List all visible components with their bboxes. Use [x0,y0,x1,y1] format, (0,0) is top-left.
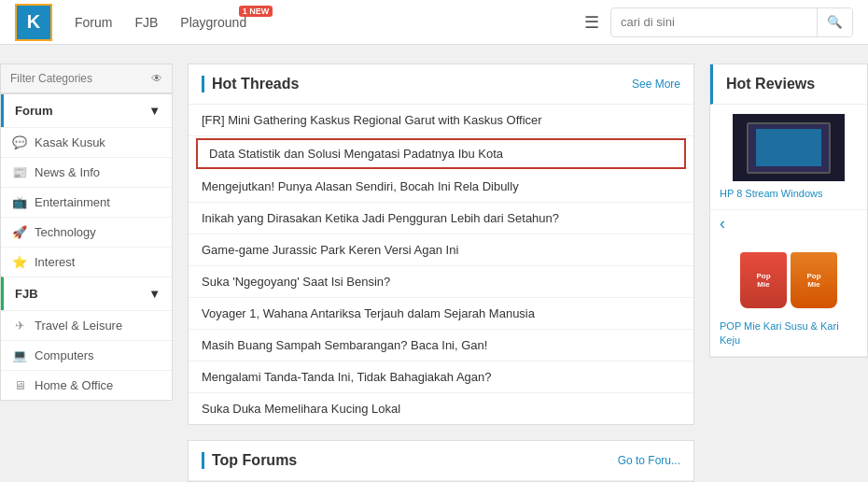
review-title-laptop: HP 8 Stream Windows [720,187,858,200]
thread-item[interactable]: Suka Duka Memelihara Kucing Lokal [189,393,693,424]
sidebar-item-news-info[interactable]: 📰 News & Info [1,157,172,187]
sidebar-item-technology[interactable]: 🚀 Technology [1,217,172,247]
header-right: ☰ 🔍 [584,7,853,37]
sidebar-item-label: Interest [35,255,75,269]
sidebar-item-label: Technology [35,225,96,239]
thread-text: Inikah yang Dirasakan Ketika Jadi Penggu… [202,211,559,225]
thread-item-highlighted[interactable]: Data Statistik dan Solusi Mengatasi Pada… [196,138,686,169]
prev-arrow-icon[interactable]: ‹ [720,214,725,234]
thread-text: Mengejutkan! Punya Alasan Sendiri, Bocah… [202,179,519,193]
nav-links: Forum FJB Playground 1 NEW [75,15,246,30]
forum-expand-icon: ▼ [148,104,161,118]
thread-item[interactable]: Voyager 1, Wahana Antariksa Terjauh dala… [189,298,693,330]
reviews-title: Hot Reviews [726,76,815,92]
computers-icon: 💻 [12,348,27,362]
main-wrapper: Filter Categories 👁 Forum ▼ 💬 Kasak Kusu… [0,45,868,482]
sidebar-item-label: Travel & Leisure [35,319,122,333]
fjb-expand-icon: ▼ [148,287,161,301]
review-card-laptop[interactable]: HP 8 Stream Windows [710,105,867,210]
filter-label: Filter Categories [10,72,92,85]
sidebar-forum-label: Forum [15,104,52,118]
thread-text: Game-game Jurassic Park Keren Versi Agan… [202,243,458,257]
thread-list: [FR] Mini Gathering Kaskus Regional Garu… [189,105,693,424]
laptop-shape [747,122,831,174]
sidebar-item-label: Entertainment [35,195,110,209]
thread-item[interactable]: Inikah yang Dirasakan Ketika Jadi Penggu… [189,203,693,234]
laptop-image [733,114,845,181]
thread-text: Data Statistik dan Solusi Mengatasi Pada… [209,147,503,161]
thread-item[interactable]: [FR] Mini Gathering Kaskus Regional Garu… [189,105,693,136]
hamburger-icon[interactable]: ☰ [584,12,599,33]
review-title-noodle: POP Mie Kari Susu & Kari Keju [720,319,858,347]
interest-icon: ⭐ [12,255,27,269]
search-bar: 🔍 [610,7,853,37]
home-icon: 🖥 [12,378,27,392]
thread-text: [FR] Mini Gathering Kaskus Regional Garu… [202,113,542,127]
technology-icon: 🚀 [12,225,27,239]
thread-item[interactable]: Mengalami Tanda-Tanda Ini, Tidak Bahagia… [189,362,693,393]
sidebar-item-label: News & Info [35,165,100,179]
thread-text: Voyager 1, Wahana Antariksa Terjauh dala… [202,306,535,320]
thread-text: Suka 'Ngegoyang' Saat Isi Bensin? [202,275,390,289]
sidebar-forum-section: Forum ▼ 💬 Kasak Kusuk 📰 News & Info 📺 En… [0,93,173,401]
sidebar-item-label: Home & Office [35,378,113,392]
go-to-forum-link[interactable]: Go to Foru... [618,454,680,467]
new-badge: 1 NEW [239,6,273,17]
sidebar-item-kasak-kusuk[interactable]: 💬 Kasak Kusuk [1,127,172,157]
noodle-cup-1: PopMie [740,252,787,308]
noodle-image: PopMie PopMie [733,247,845,314]
hot-threads-title: Hot Threads [202,76,299,92]
search-icon: 🔍 [827,15,843,29]
reviews-block: Hot Reviews HP 8 Stream Windows ‹ PopMie… [709,64,868,358]
thread-item[interactable]: Game-game Jurassic Park Keren Versi Agan… [189,234,693,266]
sidebar-item-computers[interactable]: 💻 Computers [1,340,172,370]
filter-categories[interactable]: Filter Categories 👁 [0,64,173,93]
nav-arrow-area: ‹ [710,210,867,237]
reviews-panel: Hot Reviews HP 8 Stream Windows ‹ PopMie… [709,64,868,482]
content-area: Hot Threads See More [FR] Mini Gathering… [188,64,694,482]
logo-letter: K [27,11,40,33]
nav-forum[interactable]: Forum [75,15,112,30]
nav-fjb[interactable]: FJB [134,15,158,30]
news-icon: 📰 [12,165,27,179]
header: K Forum FJB Playground 1 NEW ☰ 🔍 [0,0,868,45]
hot-threads-header: Hot Threads See More [189,64,693,105]
sidebar-item-travel-leisure[interactable]: ✈ Travel & Leisure [1,310,172,340]
noodle-cup-2: PopMie [791,252,837,308]
thread-item[interactable]: Masih Buang Sampah Sembarangan? Baca Ini… [189,330,693,362]
search-button[interactable]: 🔍 [817,7,852,37]
thread-text: Masih Buang Sampah Sembarangan? Baca Ini… [202,338,487,352]
sidebar: Filter Categories 👁 Forum ▼ 💬 Kasak Kusu… [0,64,173,482]
sidebar-fjb-header[interactable]: FJB ▼ [1,276,172,310]
logo[interactable]: K [15,4,52,41]
sidebar-forum-header[interactable]: Forum ▼ [1,94,172,127]
thread-item[interactable]: Mengejutkan! Punya Alasan Sendiri, Bocah… [189,171,693,203]
sidebar-item-home-office[interactable]: 🖥 Home & Office [1,370,172,400]
playground-label: Playground [180,15,246,30]
top-forums-title: Top Forums [202,452,297,469]
sidebar-item-label: Computers [35,348,94,362]
thread-text: Mengalami Tanda-Tanda Ini, Tidak Bahagia… [202,370,492,384]
top-forums-block: Top Forums Go to Foru... [188,440,694,482]
review-card-noodle[interactable]: PopMie PopMie POP Mie Kari Susu & Kari K… [710,237,867,357]
search-input[interactable] [611,15,817,29]
sidebar-item-interest[interactable]: ⭐ Interest [1,247,172,276]
thread-item[interactable]: Suka 'Ngegoyang' Saat Isi Bensin? [189,266,693,298]
top-forums-header: Top Forums Go to Foru... [189,441,693,481]
nav-playground[interactable]: Playground 1 NEW [180,15,246,30]
eye-icon: 👁 [151,72,162,85]
laptop-screen [756,129,821,166]
travel-icon: ✈ [12,319,27,333]
see-more-link[interactable]: See More [632,78,680,91]
sidebar-item-entertainment[interactable]: 📺 Entertainment [1,187,172,217]
thread-text: Suka Duka Memelihara Kucing Lokal [202,402,400,416]
hot-threads-block: Hot Threads See More [FR] Mini Gathering… [188,64,694,425]
sidebar-fjb-label: FJB [15,287,38,301]
reviews-header: Hot Reviews [710,64,867,105]
chat-icon: 💬 [12,135,27,149]
entertainment-icon: 📺 [12,195,27,209]
sidebar-item-label: Kasak Kusuk [35,135,105,149]
